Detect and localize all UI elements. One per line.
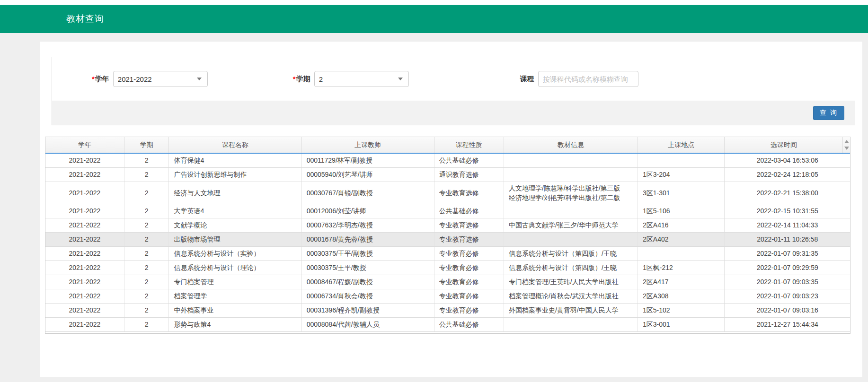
cell-course-type: 专业教育选修 [434,218,504,232]
cell-year: 2021-2022 [45,218,124,232]
cell-selection-time: 2022-01-11 10:26:58 [725,232,850,246]
table-row[interactable]: 2021-2022 2 经济与人文地理 00030767/肖锐/副教授 专业教育… [45,182,850,204]
cell-term: 2 [124,303,169,317]
cell-year: 2021-2022 [45,317,124,331]
cell-term: 2 [124,204,169,218]
cell-term: 2 [124,232,169,246]
cell-teacher: 00030767/肖锐/副教授 [301,182,434,204]
cell-textbook-info [504,317,638,331]
filter-footer: 查 询 [52,101,855,125]
cell-course-type: 公共基础必修 [434,317,504,331]
cell-textbook-info: 人文地理学/陈慧琳/科学出版社/第三版经济地理学/刘艳芳/科学出版社/第二版 [504,182,638,204]
cell-class-location: 1区5-102 [638,303,725,317]
table-row[interactable]: 2021-2022 2 广告设计创新思维与制作 00005940/刘艺琴/讲师 … [45,167,850,182]
cell-textbook-info [504,232,638,246]
chevron-down-icon [398,78,403,80]
cell-term: 2 [124,218,169,232]
cell-selection-time: 2022-01-07 09:31:35 [725,246,850,260]
table-row[interactable]: 2021-2022 2 专门档案管理 00008467/程媛/副教授 专业教育必… [45,275,850,289]
year-select[interactable]: 2021-2022 [113,71,208,87]
cell-class-location: 2区A402 [638,232,725,246]
table-row[interactable]: 2021-2022 2 体育保健4 00011729/林军/副教授 公共基础必修… [45,153,850,167]
cell-selection-time: 2022-02-14 11:04:33 [725,218,850,232]
cell-course-name: 专门档案管理 [169,275,301,289]
cell-course-name: 信息系统分析与设计（理论） [169,260,301,275]
cell-term: 2 [124,289,169,303]
cell-course-name: 形势与政策4 [169,317,301,331]
cell-term: 2 [124,260,169,275]
cell-teacher: 00012006/刘莹/讲师 [301,204,434,218]
filter-form: *学年 2021-2022 *学期 2 课程 [52,57,855,101]
cell-term: 2 [124,317,169,331]
table-row[interactable]: 2021-2022 2 形势与政策4 00008084/代茜/教辅人员 公共基础… [45,317,850,331]
cell-course-type: 专业教育必修 [434,289,504,303]
cell-term: 2 [124,167,169,182]
term-label: *学期 [293,75,310,84]
table-row[interactable]: 2021-2022 2 信息系统分析与设计（实验） 00030375/王平/副教… [45,246,850,260]
cell-course-name: 广告设计创新思维与制作 [169,167,301,182]
cell-year: 2021-2022 [45,275,124,289]
term-select[interactable]: 2 [314,71,409,87]
filter-panel: *学年 2021-2022 *学期 2 课程 查 询 [52,57,855,125]
cell-textbook-info: 信息系统分析与设计（第四版）/王晓 [504,260,638,275]
cell-textbook-info [504,204,638,218]
table-scrollbar[interactable] [843,137,850,153]
table-row[interactable]: 2021-2022 2 信息系统分析与设计（理论） 00030375/王平/教授… [45,260,850,275]
column-header-6: 教材信息 [504,137,638,153]
course-input[interactable] [538,71,638,87]
cell-class-location: 1区枫-212 [638,260,725,275]
app-header: 教材查询 [0,5,868,33]
cell-class-location: 2区A416 [638,218,725,232]
cell-course-name: 出版物市场管理 [169,232,301,246]
scroll-down-icon[interactable] [844,147,849,150]
cell-textbook-info: 专门档案管理/王英玮/人民大学出版社 [504,275,638,289]
table-row[interactable]: 2021-2022 2 出版物市场管理 00001678/黄先蓉/教授 专业教育… [45,232,850,246]
cell-year: 2021-2022 [45,153,124,167]
cell-selection-time: 2022-02-21 15:38:00 [725,182,850,204]
cell-textbook-info: 档案管理概论/肖秋会/武汉大学出版社 [504,289,638,303]
cell-selection-time: 2022-02-15 10:31:55 [725,204,850,218]
cell-teacher: 00030375/王平/副教授 [301,246,434,260]
year-select-value: 2021-2022 [118,75,152,83]
cell-class-location: 1区3-001 [638,317,725,331]
table-row[interactable]: 2021-2022 2 档案管理学 00006734/肖秋会/教授 专业教育必修… [45,289,850,303]
cell-textbook-info: 外国档案事业史/黄霄羽/中国人民大学 [504,303,638,317]
required-asterisk: * [92,75,95,83]
column-header-2: 学期 [124,137,169,153]
cell-year: 2021-2022 [45,182,124,204]
chevron-down-icon [197,78,202,80]
table-row[interactable]: 2021-2022 2 中外档案事业 00031396/程齐凯/副教授 专业教育… [45,303,850,317]
cell-course-type: 专业教育选修 [434,232,504,246]
cell-selection-time: 2022-01-07 09:03:35 [725,275,850,289]
search-button[interactable]: 查 询 [813,106,844,120]
cell-course-name: 经济与人文地理 [169,182,301,204]
cell-teacher: 00011729/林军/副教授 [301,153,434,167]
cell-course-type: 通识教育选修 [434,167,504,182]
cell-course-name: 体育保健4 [169,153,301,167]
results-datagrid: 学年学期课程名称上课教师课程性质教材信息上课地点选课时间 2021-2022 2… [45,137,850,334]
cell-term: 2 [124,153,169,167]
cell-year: 2021-2022 [45,167,124,182]
page-panel: *学年 2021-2022 *学期 2 课程 查 询 [40,42,862,377]
required-asterisk: * [293,75,296,83]
page-title: 教材查询 [66,13,104,25]
cell-term: 2 [124,275,169,289]
cell-year: 2021-2022 [45,303,124,317]
table-row[interactable]: 2021-2022 2 文献学概论 00007632/李明杰/教授 专业教育选修… [45,218,850,232]
cell-selection-time: 2022-03-04 16:53:06 [725,153,850,167]
cell-year: 2021-2022 [45,246,124,260]
cell-year: 2021-2022 [45,232,124,246]
cell-class-location [638,246,725,260]
cell-term: 2 [124,182,169,204]
cell-course-name: 大学英语4 [169,204,301,218]
cell-class-location [638,153,725,167]
scroll-up-icon[interactable] [844,140,849,143]
cell-textbook-info [504,167,638,182]
cell-class-location: 2区A417 [638,275,725,289]
term-select-value: 2 [319,75,323,83]
table-row[interactable]: 2021-2022 2 大学英语4 00012006/刘莹/讲师 公共基础必修 … [45,204,850,218]
table-header-row: 学年学期课程名称上课教师课程性质教材信息上课地点选课时间 [45,137,850,153]
column-header-3: 课程名称 [169,137,301,153]
cell-teacher: 00008467/程媛/副教授 [301,275,434,289]
cell-course-type: 公共基础必修 [434,153,504,167]
